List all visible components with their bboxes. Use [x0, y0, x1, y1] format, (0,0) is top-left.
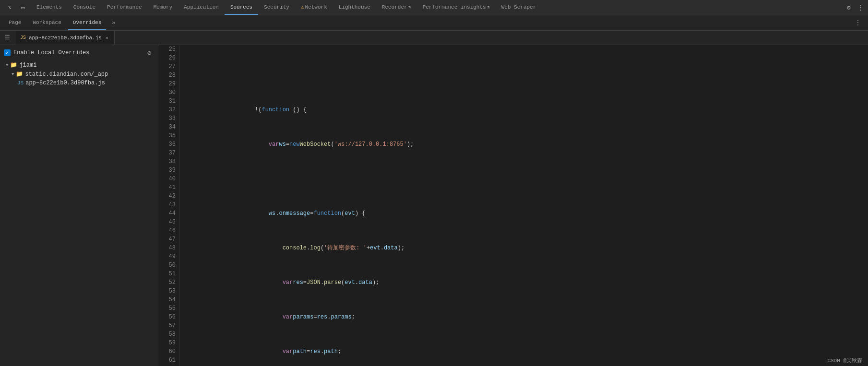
arrow-down-icon-2: ▼ [12, 72, 14, 77]
code-line-26: !(function () { [186, 106, 868, 114]
folder-label-jiami: jiami [19, 62, 36, 69]
code-line-31: var res = JSON.parse(evt.data); [186, 278, 868, 287]
enable-overrides-checkbox[interactable]: ✓ Enable Local Overrides [4, 49, 142, 56]
tab-network[interactable]: ⚠ Network [295, 0, 333, 15]
tab-performance-insights[interactable]: Performance insights ⚗ [417, 0, 496, 15]
bottom-attribution: CSDN @吴秋霖 [821, 355, 868, 366]
tab-application[interactable]: Application [178, 0, 225, 15]
warning-icon: ⚠ [301, 4, 304, 10]
code-line-33: var path = res.path; [186, 347, 868, 356]
sidebar-more-button[interactable]: ⋮ [852, 19, 864, 27]
file-tab-name: app~8c22e1b0.3d90fba.js [29, 35, 102, 41]
file-tab-bar: ☰ JS app~8c22e1b0.3d90fba.js ✕ [0, 31, 868, 45]
tab-sources[interactable]: Sources [225, 0, 258, 15]
close-file-tab-button[interactable]: ✕ [105, 34, 109, 42]
tab-overrides[interactable]: Overrides [68, 15, 106, 30]
more-tools-icon[interactable]: ⋮ [855, 2, 866, 13]
tab-page[interactable]: Page [4, 15, 26, 30]
device-icon[interactable]: ▭ [17, 2, 29, 13]
js-file-icon: JS [20, 35, 26, 40]
settings-icon[interactable]: ⚙ [843, 2, 855, 13]
more-tabs-chevron[interactable]: » [110, 20, 117, 26]
attribution-text: CSDN @吴秋霖 [827, 358, 862, 364]
tree-file[interactable]: JS app~8c22e1b0.3d90fba.js [0, 79, 158, 87]
tab-elements[interactable]: Elements [31, 0, 68, 15]
code-line-28 [186, 175, 868, 183]
tab-lighthouse[interactable]: Lighthouse [333, 0, 376, 15]
inspect-icon[interactable]: ⌥ [4, 2, 15, 13]
tab-security[interactable]: Security [258, 0, 295, 15]
tab-workspace[interactable]: Workspace [28, 15, 66, 30]
tab-recorder[interactable]: Recorder ⚗ [376, 0, 417, 15]
folder-icon: 📁 [10, 61, 17, 69]
clear-overrides-button[interactable]: ⊘ [144, 48, 154, 58]
tab-memory[interactable]: Memory [148, 0, 178, 15]
subfolder-icon: 📁 [16, 71, 23, 78]
line-numbers: 25 26 27 28 29 30 31 32 33 34 35 36 37 3… [158, 45, 180, 366]
main-panel: ✓ Enable Local Overrides ⊘ ▼ 📁 jiami ▼ 📁… [0, 45, 868, 366]
panel-toggle-button[interactable]: ☰ [0, 31, 15, 45]
code-line-25 [186, 71, 868, 80]
js-tree-icon: JS [17, 80, 24, 86]
sidebar-header: ✓ Enable Local Overrides ⊘ [0, 45, 158, 60]
code-text[interactable]: !(function () { var ws = new WebSocket('… [180, 45, 868, 366]
tree-file-label: app~8c22e1b0.3d90fba.js [25, 80, 105, 86]
second-tab-bar: Page Workspace Overrides » ⋮ [0, 15, 868, 31]
code-line-29: ws.onmessage = function (evt) { [186, 209, 868, 218]
code-editor[interactable]: 25 26 27 28 29 30 31 32 33 34 35 36 37 3… [158, 45, 868, 366]
tree-subfolder[interactable]: ▼ 📁 static.diandian.com/_app [0, 70, 158, 79]
code-line-30: console.log('待加密参数: ' + evt.data); [186, 244, 868, 252]
top-tab-bar: ⌥ ▭ Elements Console Performance Memory … [0, 0, 868, 15]
subfolder-label: static.diandian.com/_app [25, 71, 108, 78]
sidebar-panel: ✓ Enable Local Overrides ⊘ ▼ 📁 jiami ▼ 📁… [0, 45, 158, 366]
file-tab-active[interactable]: JS app~8c22e1b0.3d90fba.js ✕ [15, 31, 115, 45]
tab-web-scraper[interactable]: Web Scraper [496, 0, 542, 15]
checkbox-icon: ✓ [4, 49, 11, 56]
code-line-27: var ws = new WebSocket('ws://127.0.0.1:8… [186, 140, 868, 149]
code-line-32: var params = res.params; [186, 313, 868, 321]
devtools-icons: ⌥ ▭ [2, 2, 31, 13]
code-container: 25 26 27 28 29 30 31 32 33 34 35 36 37 3… [158, 45, 868, 366]
tree-root-jiami[interactable]: ▼ 📁 jiami [0, 60, 158, 70]
arrow-down-icon: ▼ [6, 63, 8, 68]
tab-performance[interactable]: Performance [101, 0, 148, 15]
tab-console[interactable]: Console [68, 0, 101, 15]
enable-overrides-label: Enable Local Overrides [13, 49, 89, 56]
